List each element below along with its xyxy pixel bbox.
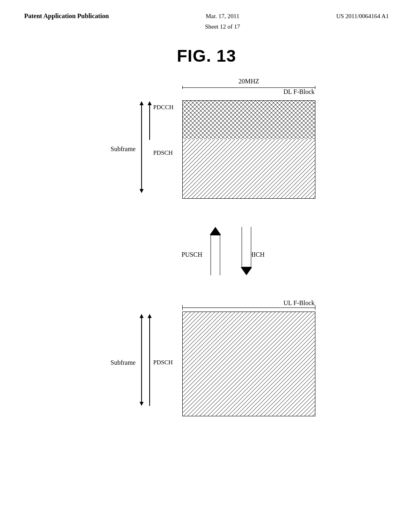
ul-block-label: UL F-Block [284, 299, 315, 307]
subframe-bottom-arrow-down-icon [140, 402, 144, 406]
svg-rect-4 [183, 139, 315, 198]
phich-arrow-down [240, 227, 253, 275]
pdcch-arrow-line [149, 105, 150, 139]
pdsch-bottom-arrow-up-icon [148, 314, 152, 318]
arrow-head-down-icon [140, 189, 144, 193]
pdcch-bracket [147, 101, 152, 140]
pdsch-label-bottom: PDSCH [153, 359, 173, 366]
pusch-arrow-head-icon [210, 227, 221, 235]
patent-number: US 2011/0064164 A1 [336, 11, 389, 22]
middle-section: PUSCH PHICH [94, 219, 319, 291]
mhz-text: 20MHZ [238, 78, 259, 85]
ul-rect [182, 312, 315, 416]
arrow-head-up-icon [140, 101, 144, 105]
dl-rect-top [182, 100, 315, 139]
cross-hatch-svg [183, 101, 315, 139]
publication-date-sheet: Mar. 17, 2011 Sheet 12 of 17 [205, 11, 240, 32]
ul-brace-tick-left [182, 305, 183, 310]
brace-tick-right [315, 86, 315, 89]
page-header: Patent Application Publication Mar. 17, … [0, 0, 413, 32]
pusch-arrow-up [209, 227, 222, 275]
diagonal-hatch-svg [183, 139, 315, 198]
subframe-bottom-arrow-line [141, 318, 142, 402]
subframe-arrow-bottom [139, 314, 144, 406]
dl-block-label: DL F-Block [284, 88, 315, 96]
pusch-arrow-body [211, 235, 220, 275]
dl-rect-bottom [182, 139, 315, 199]
pdsch-bracket-bottom [147, 314, 152, 406]
pdsch-bracket-end [149, 405, 150, 406]
phich-arrow-body [242, 227, 251, 267]
pdcch-label: PDCCH [153, 104, 173, 111]
subframe-bottom-arrow-up-icon [140, 314, 144, 318]
pdcch-arrow-up-icon [148, 101, 152, 105]
ul-brace-line [182, 308, 315, 308]
ul-diagonal-hatch-svg [183, 312, 315, 416]
arrow-line-v [141, 105, 142, 189]
sheet-info: Sheet 12 of 17 [205, 23, 240, 30]
phich-arrow-head-icon [241, 267, 252, 275]
pdsch-bottom-arrow-line [149, 318, 150, 405]
bottom-diagram: UL F-Block Subframe PDSCH [94, 299, 319, 428]
subframe-label-bottom: Subframe [111, 359, 136, 366]
figure-title: FIG. 13 [0, 46, 413, 66]
brace-line [183, 87, 315, 88]
subframe-label-top: Subframe [111, 145, 136, 153]
svg-rect-2 [183, 101, 315, 139]
pdsch-label-top: PDSCH [153, 150, 173, 156]
pdcch-bracket-end [149, 139, 150, 140]
mhz-label-group: 20MHZ [182, 78, 315, 89]
svg-rect-6 [183, 312, 315, 416]
pusch-label: PUSCH [181, 251, 202, 258]
pub-date: Mar. 17, 2011 [206, 13, 240, 19]
ul-brace-tick-right [315, 305, 315, 310]
top-diagram: 20MHZ DL F-Block Subframe PDCCH PDSCH [94, 78, 319, 215]
diagram-area: 20MHZ DL F-Block Subframe PDCCH PDSCH [0, 78, 413, 428]
publication-type: Patent Application Publication [24, 11, 109, 21]
subframe-arrow-top [139, 101, 144, 193]
